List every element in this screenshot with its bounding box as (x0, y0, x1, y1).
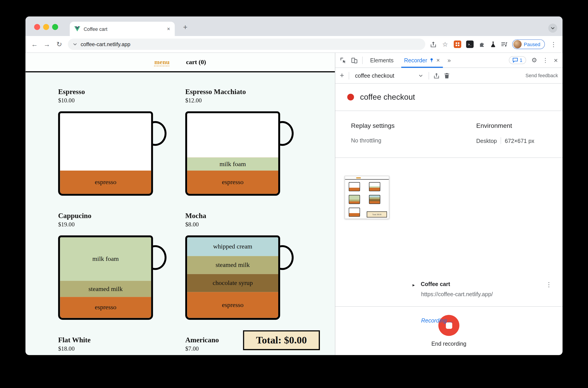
browser-menu-kebab-icon[interactable]: ⋮ (550, 40, 557, 48)
cup-layer: espresso (60, 297, 151, 318)
window-content: menu cart (0) Espresso $10.00 espresso E… (25, 52, 562, 355)
divider (362, 56, 363, 64)
item-name: Cappucino (58, 212, 153, 220)
item-price: $19.00 (58, 220, 153, 229)
item-price: $18.00 (58, 344, 153, 353)
item-name: Espresso Macchiato (185, 87, 280, 96)
cup-layer: milk foam (187, 158, 278, 170)
browser-toolbar: ← → ↻ coffee-cart.netlify.app ☆ >_ (25, 36, 562, 52)
devtools-menu-kebab-icon[interactable]: ⋮ (542, 57, 548, 64)
traffic-light-minimize[interactable] (43, 24, 49, 30)
url-text: coffee-cart.netlify.app (81, 41, 130, 47)
tab-search-button[interactable] (548, 24, 557, 33)
coffee-cup[interactable]: milk foamespresso (185, 111, 280, 196)
more-tabs-icon[interactable]: » (447, 57, 451, 63)
extension-icon[interactable] (454, 41, 461, 48)
cup-layer: steamed milk (60, 281, 151, 297)
console-count: 1 (519, 57, 522, 63)
item-price: $8.00 (185, 220, 280, 229)
cup-layer: steamed milk (187, 256, 278, 274)
coffee-cup[interactable]: milk foamsteamed milkespresso (58, 235, 153, 320)
recorder-footer: End recording (335, 306, 562, 355)
item-name: Espresso (58, 87, 153, 96)
settings-gear-icon[interactable]: ⚙ (531, 56, 537, 64)
coffee-cup[interactable]: espresso (58, 111, 153, 196)
divider (428, 72, 429, 79)
cup-layer: whipped cream (187, 237, 278, 256)
inspect-element-icon[interactable] (340, 57, 346, 63)
recording-status: Recording ... (421, 317, 453, 323)
device-toolbar-icon[interactable] (351, 57, 358, 63)
send-feedback-link[interactable]: Send feedback (525, 73, 558, 78)
chevron-down-icon (419, 74, 422, 77)
tab-close-icon[interactable]: ✕ (167, 26, 170, 31)
new-tab-button[interactable]: + (180, 23, 191, 31)
cup-layer: chocolate syrup (187, 274, 278, 292)
item-price: $12.00 (185, 96, 280, 105)
browser-tab[interactable]: Coffee cart ✕ (70, 22, 175, 36)
item-name: Mocha (185, 212, 280, 220)
avatar (513, 40, 522, 48)
add-recording-button[interactable]: + (340, 71, 344, 80)
app-nav: menu cart (0) (25, 53, 335, 73)
back-button[interactable]: ← (31, 40, 38, 48)
puzzle-extensions-icon[interactable] (478, 41, 485, 48)
export-recording-button[interactable] (433, 73, 440, 78)
console-messages-badge[interactable]: 1 (509, 56, 526, 64)
devtools-close-icon[interactable]: ✕ (554, 57, 558, 63)
replay-throttling-value: No throttling (351, 137, 395, 144)
recording-select-value: coffee checkout (355, 72, 394, 78)
item-price: $10.00 (58, 96, 153, 105)
cart-total[interactable]: Total: $0.00 (243, 330, 320, 350)
recording-select[interactable]: coffee checkout (353, 72, 424, 78)
terminal-extension-icon[interactable]: >_ (466, 41, 473, 48)
forward-button[interactable]: → (43, 40, 51, 48)
end-recording-label: End recording (431, 340, 466, 347)
recorder-steps: Total: $0.00 ▸ Coffee cart https://coffe… (335, 158, 562, 306)
browser-window: Coffee cart ✕ + ← → ↻ coffee-cart.netlif… (25, 16, 562, 355)
divider (349, 72, 349, 79)
url-bar[interactable]: coffee-cart.netlify.app (68, 39, 425, 50)
share-button[interactable] (430, 41, 437, 47)
menu-item: Espresso $10.00 espresso (58, 87, 153, 195)
cup-body[interactable]: whipped creamsteamed milkchocolate syrup… (185, 235, 280, 320)
pin-icon (430, 58, 434, 63)
tab-title: Coffee cart (83, 26, 163, 32)
grid-icon (456, 42, 460, 46)
reload-button[interactable]: ↻ (56, 40, 63, 48)
cup-body[interactable]: milk foamsteamed milkespresso (58, 235, 153, 320)
step-title[interactable]: Coffee cart (421, 281, 450, 287)
devtools-tab-bar: Elements Recorder ✕ » 1 ⚙ (335, 53, 562, 68)
step-menu-kebab-icon[interactable]: ⋮ (546, 281, 552, 289)
environment-heading[interactable]: Environment (476, 122, 535, 130)
cup-body[interactable]: espresso (58, 111, 153, 196)
screen: Coffee cart ✕ + ← → ↻ coffee-cart.netlif… (0, 0, 588, 388)
tab-elements[interactable]: Elements (367, 53, 397, 68)
nav-link-menu[interactable]: menu (154, 58, 170, 66)
traffic-light-zoom[interactable] (52, 24, 58, 30)
divider (501, 137, 501, 144)
environment-device: Desktop (476, 138, 497, 144)
traffic-light-close[interactable] (34, 24, 40, 30)
disclosure-triangle-icon[interactable]: ▸ (412, 282, 415, 287)
flask-extension-icon[interactable] (490, 41, 496, 47)
bookmark-star-icon[interactable]: ☆ (441, 40, 449, 48)
playlist-extension-icon[interactable] (501, 41, 507, 47)
menu-item: Espresso Macchiato $12.00 milk foamespre… (185, 87, 280, 195)
chevron-down-icon (73, 43, 77, 46)
menu-item: Flat White $18.00 (58, 336, 153, 355)
tab-recorder[interactable]: Recorder ✕ (401, 53, 443, 68)
profile-sync-paused-button[interactable]: Paused (512, 39, 545, 49)
delete-recording-button[interactable] (444, 73, 450, 78)
replay-settings-heading[interactable]: Replay settings (351, 122, 395, 130)
nav-link-cart[interactable]: cart (0) (186, 58, 206, 66)
step-thumbnail: Total: $0.00 (345, 176, 389, 219)
cup-layer: milk foam (60, 237, 151, 281)
coffee-cup[interactable]: whipped creamsteamed milkchocolate syrup… (185, 235, 280, 320)
coffee-cart-app: menu cart (0) Espresso $10.00 espresso E… (25, 53, 335, 355)
recording-header: coffee checkout (335, 83, 562, 111)
tab-strip: Coffee cart ✕ + (25, 16, 562, 36)
cup-body[interactable]: milk foamespresso (185, 111, 280, 196)
tab-close-icon[interactable]: ✕ (436, 58, 440, 63)
step-url: https://coffee-cart.netlify.app/ (421, 291, 493, 297)
